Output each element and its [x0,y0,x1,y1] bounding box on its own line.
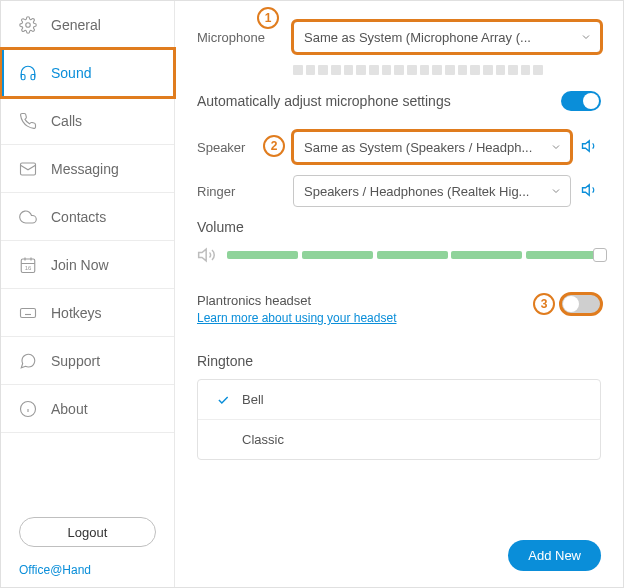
svg-rect-4 [21,308,36,317]
ringer-test-icon[interactable] [581,181,601,201]
envelope-icon [19,160,37,178]
info-icon [19,400,37,418]
check-icon [216,393,230,407]
headset-label: Plantronics headset [197,293,396,308]
brand-link[interactable]: Office@Hand [1,557,174,587]
ringer-dropdown[interactable]: Speakers / Headphones (Realtek Hig... [293,175,571,207]
volume-label: Volume [197,219,601,235]
ringtone-item-bell[interactable]: Bell [198,380,600,420]
svg-rect-1 [21,163,36,175]
microphone-dropdown[interactable]: Same as System (Microphone Array (... [293,21,601,53]
ringtone-label: Ringtone [197,353,601,369]
headset-learn-more-link[interactable]: Learn more about using your headset [197,311,396,325]
sidebar: General Sound Calls Messaging [1,1,175,587]
speaker-dropdown[interactable]: Same as System (Speakers / Headph... [293,131,571,163]
auto-adjust-toggle[interactable] [561,91,601,111]
keyboard-icon [19,304,37,322]
chevron-down-icon [580,31,592,43]
speaker-row: Speaker Same as System (Speakers / Headp… [197,131,601,163]
volume-slider[interactable] [197,245,601,265]
sidebar-item-label: Messaging [51,161,119,177]
ringtone-item-classic[interactable]: Classic [198,420,600,459]
sidebar-item-label: Hotkeys [51,305,102,321]
callout-2: 2 [263,135,285,157]
sidebar-item-calls[interactable]: Calls [1,97,174,145]
gear-icon [19,16,37,34]
headphones-icon [19,64,37,82]
sidebar-item-label: General [51,17,101,33]
callout-1: 1 [257,7,279,29]
headset-toggle[interactable] [561,294,601,314]
logout-button[interactable]: Logout [19,517,156,547]
sidebar-item-messaging[interactable]: Messaging [1,145,174,193]
speaker-test-icon[interactable] [581,137,601,157]
ringer-label: Ringer [197,184,283,199]
svg-point-0 [26,22,31,27]
volume-icon [197,245,217,265]
ringer-value: Speakers / Headphones (Realtek Hig... [304,184,529,199]
calendar-icon: 16 [19,256,37,274]
microphone-row: Microphone Same as System (Microphone Ar… [197,21,601,53]
sidebar-item-about[interactable]: About [1,385,174,433]
ringtone-item-label: Classic [242,432,284,447]
microphone-value: Same as System (Microphone Array (... [304,30,531,45]
sidebar-item-label: About [51,401,88,417]
cloud-icon [19,208,37,226]
auto-adjust-label: Automatically adjust microphone settings [197,93,451,109]
headset-info: Plantronics headset Learn more about usi… [197,293,396,325]
sidebar-item-sound[interactable]: Sound [1,49,174,97]
sidebar-item-hotkeys[interactable]: Hotkeys [1,289,174,337]
ringer-row: Ringer Speakers / Headphones (Realtek Hi… [197,175,601,207]
ringtone-list: Bell Classic [197,379,601,460]
speaker-value: Same as System (Speakers / Headph... [304,140,532,155]
auto-adjust-row: Automatically adjust microphone settings [197,91,601,111]
microphone-label: Microphone [197,30,283,45]
sidebar-item-label: Contacts [51,209,106,225]
sidebar-item-label: Join Now [51,257,109,273]
headset-row: Plantronics headset Learn more about usi… [197,293,601,325]
chat-icon [19,352,37,370]
svg-text:16: 16 [25,265,32,271]
mic-level-meter [293,65,543,75]
sidebar-item-label: Support [51,353,100,369]
volume-knob[interactable] [593,248,607,262]
chevron-down-icon [550,141,562,153]
headset-toggle-wrap: 3 [533,293,601,315]
add-new-button[interactable]: Add New [508,540,601,571]
sidebar-item-join-now[interactable]: 16 Join Now [1,241,174,289]
callout-3: 3 [533,293,555,315]
sidebar-list: General Sound Calls Messaging [1,1,174,503]
settings-window: General Sound Calls Messaging [0,0,624,588]
volume-track[interactable] [227,251,601,259]
sidebar-item-label: Sound [51,65,91,81]
chevron-down-icon [550,185,562,197]
phone-icon [19,112,37,130]
sidebar-item-label: Calls [51,113,82,129]
sidebar-bottom: Logout [1,503,174,557]
sound-settings-panel: Microphone Same as System (Microphone Ar… [175,1,623,587]
sidebar-item-contacts[interactable]: Contacts [1,193,174,241]
sidebar-item-support[interactable]: Support [1,337,174,385]
sidebar-item-general[interactable]: General [1,1,174,49]
ringtone-item-label: Bell [242,392,264,407]
